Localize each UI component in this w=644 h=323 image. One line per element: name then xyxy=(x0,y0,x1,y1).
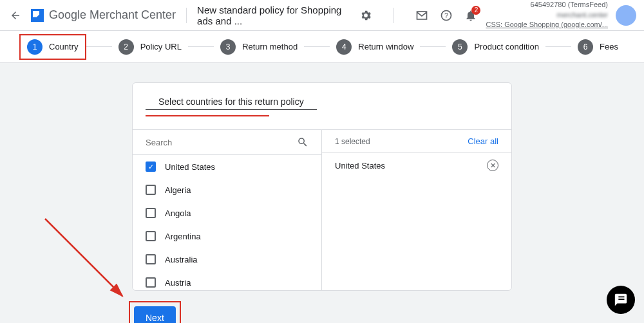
next-button[interactable]: Next xyxy=(134,306,176,323)
step-number: 1 xyxy=(27,39,43,55)
page-title: New standard policy for Shopping ads and… xyxy=(197,5,359,26)
help-button[interactable]: ? xyxy=(439,8,453,23)
css-link[interactable]: CSS: Google Shopping (google.com/... xyxy=(486,20,608,30)
chat-icon xyxy=(614,293,628,307)
search-input[interactable] xyxy=(146,138,297,147)
top-header: Google Merchant Center New standard poli… xyxy=(0,0,644,31)
step-connector xyxy=(304,46,330,47)
step-connector xyxy=(86,46,112,47)
arrow-left-icon xyxy=(10,10,21,21)
checkbox[interactable] xyxy=(146,208,156,218)
country-name: Algeria xyxy=(165,185,191,195)
account-id: 645492780 (TermsFeed) xyxy=(486,0,608,10)
selected-country-name: United States xyxy=(335,161,385,171)
svg-text:?: ? xyxy=(444,12,448,19)
list-item[interactable]: Australia xyxy=(133,248,321,271)
step-connector xyxy=(420,46,446,47)
clear-all-link[interactable]: Clear all xyxy=(468,136,498,146)
checkbox[interactable] xyxy=(146,254,156,264)
step-number: 2 xyxy=(118,39,134,55)
step-fees[interactable]: 6 Fees xyxy=(571,35,625,59)
step-label: Return method xyxy=(242,42,298,51)
header-actions: ? 2 xyxy=(359,8,478,23)
list-item[interactable]: Austria xyxy=(133,271,321,290)
available-countries-panel: ✓United States Algeria Angola Argentina … xyxy=(133,130,322,290)
panels: ✓United States Algeria Angola Argentina … xyxy=(133,129,511,290)
step-number: 3 xyxy=(220,39,236,55)
country-selector-card: Select countries for this return policy … xyxy=(132,82,512,291)
annotation-highlight: Next xyxy=(129,301,181,323)
annotation-underline xyxy=(146,115,269,116)
remove-button[interactable]: ✕ xyxy=(487,160,498,171)
step-country[interactable]: 1 Country xyxy=(19,34,86,60)
back-button[interactable] xyxy=(8,8,23,23)
search-icon xyxy=(297,136,308,148)
avatar[interactable] xyxy=(616,5,636,26)
step-number: 4 xyxy=(336,39,352,55)
notifications-button[interactable]: 2 xyxy=(464,8,478,23)
card-title: Select countries for this return policy xyxy=(146,97,317,110)
mail-icon xyxy=(415,9,428,22)
selected-count: 1 selected xyxy=(335,137,370,146)
step-return-window[interactable]: 4 Return window xyxy=(330,35,420,59)
step-label: Product condition xyxy=(474,42,538,51)
footer: Next xyxy=(129,291,644,323)
divider xyxy=(393,8,394,23)
step-label: Country xyxy=(49,42,79,51)
account-secondary: merchant.center xyxy=(486,10,608,20)
checkbox[interactable] xyxy=(146,231,156,241)
main-content: Select countries for this return policy … xyxy=(0,63,644,291)
help-icon: ? xyxy=(440,9,453,22)
divider xyxy=(186,8,187,23)
list-item[interactable]: Algeria xyxy=(133,178,321,201)
step-return-method[interactable]: 3 Return method xyxy=(214,35,304,59)
country-name: Australia xyxy=(165,255,198,264)
step-product-condition[interactable]: 5 Product condition xyxy=(446,35,545,59)
list-item[interactable]: ✓United States xyxy=(133,155,321,178)
country-name: United States xyxy=(165,162,215,172)
selected-countries-panel: 1 selected Clear all United States ✕ xyxy=(322,130,511,290)
country-name: Austria xyxy=(165,278,191,288)
checkbox[interactable] xyxy=(146,185,156,195)
selected-header: 1 selected Clear all xyxy=(322,130,511,153)
mail-button[interactable] xyxy=(415,8,429,23)
step-label: Return window xyxy=(358,42,413,51)
search-row xyxy=(133,130,321,155)
step-number: 6 xyxy=(578,39,593,55)
step-label: Fees xyxy=(600,42,618,51)
step-connector xyxy=(545,46,571,47)
step-number: 5 xyxy=(452,39,468,55)
step-policy-url[interactable]: 2 Policy URL xyxy=(112,35,188,59)
merchant-logo-icon xyxy=(31,9,44,22)
gear-icon xyxy=(359,9,372,22)
settings-button[interactable] xyxy=(359,8,373,23)
notification-badge: 2 xyxy=(471,6,480,15)
country-list[interactable]: ✓United States Algeria Angola Argentina … xyxy=(133,155,321,290)
brand-title: Google Merchant Center xyxy=(49,8,176,22)
country-name: Argentina xyxy=(165,232,201,241)
list-item[interactable]: Argentina xyxy=(133,225,321,248)
stepper: 1 Country 2 Policy URL 3 Return method 4… xyxy=(0,31,644,63)
selected-item: United States ✕ xyxy=(322,153,511,178)
account-info: 645492780 (TermsFeed) merchant.center CS… xyxy=(486,0,608,30)
step-label: Policy URL xyxy=(140,42,182,51)
checkbox[interactable] xyxy=(146,277,156,288)
checkbox[interactable]: ✓ xyxy=(146,162,156,172)
chat-fab[interactable] xyxy=(607,286,635,314)
country-name: Angola xyxy=(165,208,191,218)
step-connector xyxy=(188,46,214,47)
list-item[interactable]: Angola xyxy=(133,201,321,225)
